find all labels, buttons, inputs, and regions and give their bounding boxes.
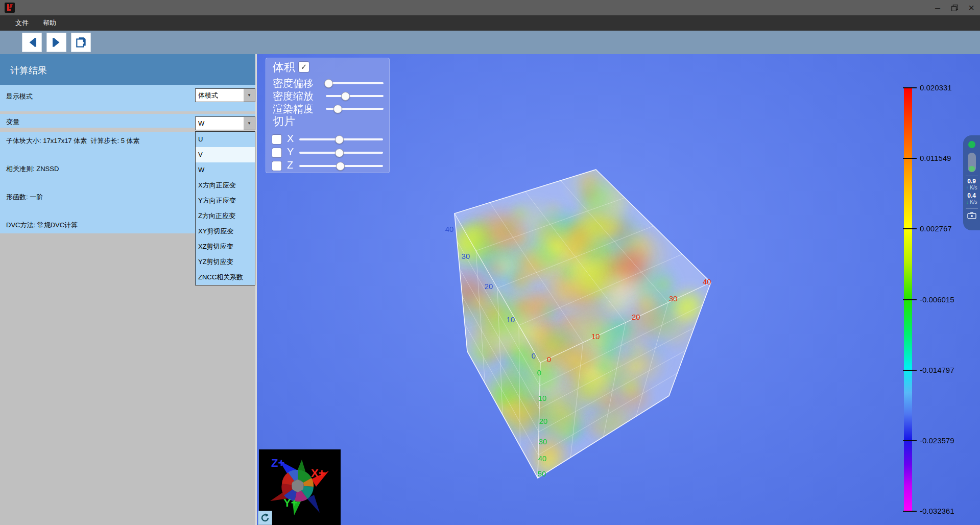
dropdown-option[interactable]: YZ剪切应变 bbox=[196, 254, 255, 270]
axis-tick-red: 40 bbox=[703, 277, 711, 286]
axis-tick-red: 20 bbox=[632, 313, 640, 321]
close-button[interactable]: × bbox=[963, 0, 980, 15]
results-panel: 计算结果 显示模式 变量 体模式 ▼ W ▼ 子体块大小: 17x17x17 体… bbox=[0, 54, 257, 525]
slider-thumb[interactable] bbox=[335, 149, 344, 157]
colorbar-tick bbox=[903, 511, 917, 512]
slice-axis-label: Z bbox=[287, 159, 293, 171]
slider-label: 密度缩放 bbox=[273, 89, 314, 103]
slider-thumb[interactable] bbox=[324, 79, 333, 88]
slider-track[interactable] bbox=[326, 95, 384, 97]
step-forward-button[interactable] bbox=[46, 33, 66, 52]
info-line: DVC方法: 常规DVC计算 bbox=[6, 221, 78, 230]
info-line: 形函数: 一阶 bbox=[6, 193, 43, 202]
colorbar-value: -0.006015 bbox=[920, 295, 954, 304]
dropdown-option[interactable]: U bbox=[196, 132, 255, 147]
divider bbox=[966, 208, 978, 209]
dropdown-option[interactable]: W bbox=[196, 162, 255, 178]
app-window: { "window": {"minimize": "–", "restore":… bbox=[0, 0, 980, 525]
slice-y-checkbox[interactable] bbox=[272, 148, 281, 157]
axis-tick-blue: 40 bbox=[445, 225, 454, 233]
axis-tick-red: 10 bbox=[591, 332, 600, 341]
slider-label: 渲染精度 bbox=[273, 102, 314, 116]
battery-icon bbox=[968, 153, 976, 172]
axis-tick-green: 40 bbox=[538, 454, 547, 463]
dropdown-option[interactable]: X方向正应变 bbox=[196, 178, 255, 193]
menu-bar: 文件帮助 bbox=[0, 15, 980, 31]
variable-label: 变量 bbox=[6, 117, 19, 127]
step-backward-button[interactable] bbox=[22, 33, 42, 52]
camera-icon[interactable] bbox=[967, 212, 976, 219]
variable-value: W bbox=[198, 120, 204, 127]
slice-z-checkbox[interactable] bbox=[272, 161, 281, 171]
minimize-button[interactable]: – bbox=[929, 0, 946, 15]
colorbar-tick bbox=[903, 87, 917, 88]
display-mode-value: 体模式 bbox=[198, 91, 218, 99]
slider-thumb[interactable] bbox=[333, 105, 342, 113]
slice-axis-label: Y bbox=[287, 146, 294, 158]
axis-tick-red: 30 bbox=[669, 294, 678, 303]
restore-button[interactable] bbox=[946, 0, 963, 15]
dropdown-option[interactable]: Z方向正应变 bbox=[196, 208, 255, 224]
menu-item-help[interactable]: 帮助 bbox=[36, 15, 63, 31]
colorbar-tick bbox=[903, 299, 917, 300]
colorbar-value: -0.014797 bbox=[920, 366, 954, 374]
colorbar-value: 0.020331 bbox=[920, 83, 952, 92]
divider bbox=[966, 176, 978, 176]
variable-dropdown-list: UVWX方向正应变Y方向正应变Z方向正应变XY剪切应变XZ剪切应变YZ剪切应变Z… bbox=[195, 131, 255, 285]
display-mode-select[interactable]: 体模式 ▼ bbox=[195, 88, 255, 102]
export-report-button[interactable] bbox=[71, 33, 91, 52]
app-logo-icon bbox=[5, 3, 15, 13]
menu-item-file[interactable]: 文件 bbox=[8, 15, 36, 31]
axis-tick-blue: 30 bbox=[462, 252, 470, 260]
render-controls-panel: 体积 ✓ 切片 密度偏移密度缩放渲染精度XYZ bbox=[266, 58, 390, 173]
record-status-icon[interactable] bbox=[968, 141, 975, 148]
toolbar bbox=[0, 31, 980, 54]
export-report-icon bbox=[75, 36, 88, 49]
colorbar-value: 0.011549 bbox=[920, 154, 951, 162]
axis-tick-blue: 0 bbox=[532, 351, 536, 360]
download-speed-value: 0.4 bbox=[967, 193, 976, 199]
recorder-widget[interactable]: 0.9 ↑ K/s 0.4 ↓ K/s bbox=[963, 135, 980, 230]
page-title: 计算结果 bbox=[10, 64, 47, 77]
results-panel-header: 计算结果 bbox=[0, 54, 255, 85]
title-bar: – × bbox=[0, 0, 980, 15]
volume-checkbox[interactable]: ✓ bbox=[299, 62, 309, 72]
upload-speed-value: 0.9 bbox=[967, 178, 976, 185]
axis-tick-red: 0 bbox=[547, 355, 551, 364]
up-arrow-icon: ↑ bbox=[966, 185, 968, 190]
dropdown-option[interactable]: Y方向正应变 bbox=[196, 193, 255, 208]
slider-thumb[interactable] bbox=[341, 92, 350, 101]
refresh-icon bbox=[260, 513, 270, 523]
x-axis-label: X+ bbox=[311, 467, 325, 480]
down-arrow-icon: ↓ bbox=[966, 199, 968, 205]
slice-axis-label: X bbox=[287, 133, 294, 145]
volume-toggle-label: 体积 bbox=[273, 60, 295, 75]
y-axis-label: Y+ bbox=[283, 496, 298, 510]
z-axis-label: Z+ bbox=[271, 457, 284, 470]
axis-tick-green: 50 bbox=[538, 469, 546, 478]
dropdown-option[interactable]: XY剪切应变 bbox=[196, 224, 255, 239]
step-forward-icon bbox=[50, 36, 63, 49]
variable-select[interactable]: W ▼ bbox=[195, 116, 255, 130]
axis-tick-green: 0 bbox=[537, 368, 541, 377]
chevron-down-icon: ▼ bbox=[244, 117, 255, 130]
dropdown-option[interactable]: V bbox=[196, 147, 255, 162]
upload-speed-unit: ↑ K/s bbox=[966, 185, 977, 190]
slider-thumb[interactable] bbox=[335, 135, 344, 144]
axis-tick-green: 20 bbox=[539, 417, 548, 425]
slice-x-checkbox[interactable] bbox=[272, 135, 281, 144]
viewport-3d[interactable]: 01020304001020304001020304050 体积 ✓ 切片 密度… bbox=[257, 54, 980, 525]
slider-track[interactable] bbox=[326, 82, 384, 84]
reset-view-button[interactable] bbox=[258, 511, 272, 525]
axis-tick-green: 30 bbox=[539, 437, 547, 446]
dropdown-option[interactable]: XZ剪切应变 bbox=[196, 239, 255, 254]
dropdown-option[interactable]: ZNCC相关系数 bbox=[196, 270, 255, 285]
slider-label: 密度偏移 bbox=[273, 77, 314, 90]
slider-thumb[interactable] bbox=[336, 162, 345, 171]
colorbar-tick bbox=[903, 440, 917, 441]
axis-tick-blue: 10 bbox=[507, 315, 515, 324]
colorbar-value: -0.023579 bbox=[920, 436, 954, 445]
restore-icon bbox=[951, 5, 958, 11]
colorbar-value: -0.032361 bbox=[920, 507, 954, 515]
axis-tick-blue: 20 bbox=[485, 282, 493, 291]
